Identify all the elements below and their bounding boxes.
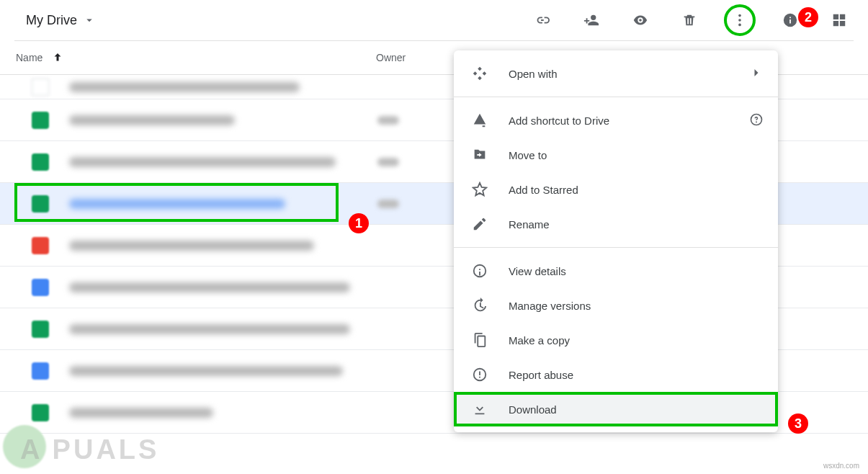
file-name-blur — [69, 241, 314, 251]
link-icon — [534, 12, 550, 28]
copy-icon — [471, 331, 488, 349]
history-icon — [471, 297, 488, 314]
page-title: My Drive — [26, 13, 77, 28]
breadcrumb-my-drive[interactable]: My Drive — [26, 13, 96, 28]
file-type-icon — [32, 321, 49, 338]
drive-add-icon — [471, 112, 488, 129]
menu-report-abuse[interactable]: Report abuse — [454, 357, 778, 392]
menu-open-with[interactable]: Open with — [454, 56, 778, 91]
info-icon — [782, 12, 798, 28]
menu-label: Download — [509, 403, 764, 416]
file-type-icon — [32, 237, 49, 254]
file-name-blur — [69, 324, 350, 334]
star-icon — [471, 181, 488, 198]
share-button[interactable] — [577, 6, 606, 35]
annotation-badge-2: 2 — [798, 7, 818, 27]
menu-label: Make a copy — [509, 334, 764, 346]
svg-point-1 — [738, 19, 741, 22]
file-name-blur — [69, 282, 350, 292]
file-type-icon — [32, 195, 49, 213]
menu-separator — [454, 247, 778, 248]
get-link-button[interactable] — [528, 6, 557, 35]
owner-blur — [377, 200, 399, 208]
help-icon[interactable] — [749, 112, 764, 129]
report-icon — [471, 366, 488, 383]
menu-label: View details — [509, 265, 764, 277]
menu-label: Report abuse — [509, 369, 764, 381]
watermark: A PUALS — [20, 434, 159, 465]
file-type-icon — [32, 112, 49, 129]
annotation-badge-1: 1 — [349, 213, 369, 233]
chevron-down-icon — [83, 14, 96, 27]
info-icon — [471, 262, 488, 280]
file-type-icon — [32, 362, 49, 380]
source-watermark: wsxdn.com — [823, 462, 859, 470]
grid-icon — [831, 12, 847, 28]
file-type-icon — [32, 279, 49, 296]
file-type-icon — [32, 153, 49, 171]
owner-blur — [377, 116, 399, 125]
menu-separator — [454, 97, 778, 97]
menu-label: Add to Starred — [509, 184, 764, 196]
column-header-owner[interactable]: Owner — [376, 52, 462, 63]
menu-label: Open with — [509, 68, 749, 80]
menu-label: Move to — [509, 149, 764, 161]
grid-view-button[interactable] — [825, 6, 854, 35]
menu-rename[interactable]: Rename — [454, 207, 778, 241]
context-menu: Open with Add shortcut to Drive Move to … — [454, 50, 778, 432]
annotation-badge-3: 3 — [788, 413, 808, 434]
move-icon — [471, 146, 488, 164]
download-icon — [471, 401, 488, 418]
chevron-right-icon — [749, 66, 764, 82]
file-name-blur — [69, 82, 300, 92]
column-owner-label: Owner — [376, 52, 406, 63]
file-name-blur — [69, 366, 343, 376]
file-name-blur — [69, 157, 336, 167]
svg-point-2 — [738, 24, 741, 27]
column-header-name[interactable]: Name — [16, 51, 376, 64]
menu-make-copy[interactable]: Make a copy — [454, 323, 778, 357]
pencil-icon — [471, 215, 488, 233]
person-add-icon — [583, 12, 599, 28]
file-name-blur — [69, 408, 213, 418]
menu-label: Manage versions — [509, 300, 764, 312]
remove-button[interactable] — [675, 6, 704, 35]
file-name-blur — [69, 199, 285, 209]
column-name-label: Name — [16, 52, 42, 63]
menu-label: Add shortcut to Drive — [509, 115, 749, 127]
menu-download[interactable]: Download — [454, 392, 778, 426]
menu-view-details[interactable]: View details — [454, 254, 778, 288]
menu-manage-versions[interactable]: Manage versions — [454, 288, 778, 323]
svg-point-0 — [738, 14, 741, 17]
file-type-icon — [32, 79, 49, 96]
preview-button[interactable] — [626, 6, 655, 35]
menu-label: Rename — [509, 218, 764, 231]
menu-add-starred[interactable]: Add to Starred — [454, 172, 778, 207]
trash-icon — [681, 12, 697, 28]
owner-blur — [377, 158, 399, 166]
menu-add-shortcut[interactable]: Add shortcut to Drive — [454, 103, 778, 138]
menu-move-to[interactable]: Move to — [454, 138, 778, 172]
more-actions-button[interactable] — [724, 4, 756, 36]
arrow-up-icon — [51, 51, 64, 64]
file-name-blur — [69, 115, 235, 125]
eye-icon — [632, 12, 648, 28]
open-with-icon — [471, 65, 488, 82]
more-vert-icon — [732, 12, 748, 28]
file-type-icon — [32, 404, 49, 421]
